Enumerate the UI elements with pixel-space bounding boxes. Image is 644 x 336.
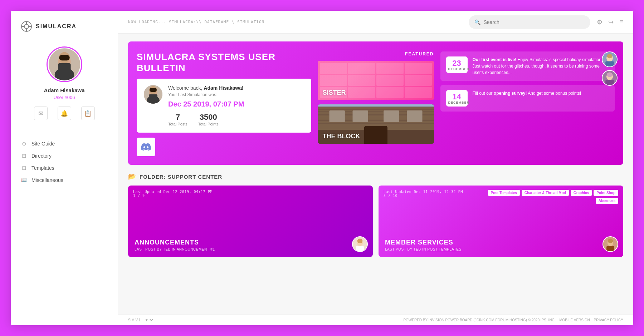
stat-posts-value: 7	[168, 113, 187, 122]
event-1-text: Our first event is live! Enjoy Simulacra…	[473, 56, 609, 76]
member-services-last-post-user[interactable]: TEB	[414, 247, 421, 251]
mini-avatar-1	[602, 51, 618, 67]
svg-rect-24	[364, 126, 387, 144]
folder-card-member-services-tags: Post Templates Character & Thread Mod Gr…	[472, 190, 618, 204]
footer-version-select[interactable]: ▼	[143, 318, 154, 322]
folder-cards: Last Updated Dec 12 2019, 04:17 PM1 / 9 …	[128, 186, 623, 257]
logo-icon	[21, 21, 32, 32]
misc-icon: 📖	[21, 177, 27, 183]
folder-title: FOLDER: SUPPORT CENTER	[140, 174, 222, 180]
tag-absences[interactable]: Absences	[596, 198, 618, 204]
settings-icon[interactable]: ⚙	[597, 18, 602, 26]
svg-rect-29	[318, 104, 434, 107]
search-bar[interactable]: 🔍	[469, 15, 590, 29]
event-2-date-box: 14 DECEMBER	[446, 90, 468, 107]
member-services-last-post-thread[interactable]: POST TEMPLATES	[427, 247, 461, 251]
featured-card-sister-label: SISTER	[323, 89, 346, 97]
stat-points: 3500 Total Points	[198, 113, 219, 126]
svg-rect-9	[58, 63, 70, 71]
breadcrumb: NOW LOADING... SIMULACRA:\\ DATAFRAME \ …	[128, 20, 462, 24]
bulletin-right: 23 DECEMBER Our first event is live! Enj…	[440, 51, 615, 156]
folder-card-member-services[interactable]: Last Updated Dec 11 2019, 12:32 PM5 / 10…	[379, 186, 623, 257]
tag-character-thread-mod[interactable]: Character & Thread Mod	[522, 190, 569, 196]
sidebar-item-miscellaneous[interactable]: 📖 Miscellaneous	[21, 174, 118, 186]
bookmark-icon[interactable]: 📋	[81, 107, 95, 120]
svg-rect-25	[329, 110, 345, 122]
announcements-last-post-thread[interactable]: ANNOUNCEMENT #1	[177, 247, 215, 251]
search-input[interactable]	[483, 19, 585, 25]
search-icon: 🔍	[474, 19, 480, 25]
featured-card-sister[interactable]: SISTER	[318, 61, 434, 100]
bulletin-welcome: Welcome back, Adam Hisakawa!	[168, 85, 304, 91]
user-id: User #006	[54, 95, 75, 100]
user-name: Adam Hisakawa	[44, 87, 84, 93]
folder-card-member-services-lastpost: LAST POST BY TEB IN POST TEMPLATES	[385, 247, 617, 251]
site-guide-icon: ⊙	[21, 140, 27, 147]
sidebar-item-label: Miscellaneous	[31, 177, 63, 183]
bulletin-left: SIMULACRA SYSTEMS USER BULLETIN	[137, 51, 311, 156]
footer-mobile-link[interactable]: MOBILE VERSION	[559, 318, 590, 322]
menu-icon[interactable]: ≡	[619, 18, 623, 26]
avatar-image	[49, 48, 80, 80]
bulletin-user-info: Welcome back, Adam Hisakawa! Your Last S…	[168, 85, 304, 126]
sidebar-item-label: Site Guide	[31, 141, 55, 147]
folder-card-member-services-avatar	[602, 236, 618, 252]
event-2: 14 DECEMBER Fill out our opening survey!…	[440, 85, 615, 112]
folder-card-announcements-meta: Last Updated Dec 12 2019, 04:17 PM1 / 9	[133, 190, 213, 198]
folder-icon: 📂	[128, 173, 136, 181]
bulletin-board: SIMULACRA SYSTEMS USER BULLETIN	[128, 41, 623, 165]
announcements-last-post-user[interactable]: TEB	[163, 247, 171, 251]
bulletin-date: Dec 25 2019, 07:07 PM	[168, 100, 304, 108]
featured-card-block[interactable]: THE BLOCK	[318, 104, 434, 144]
folder-card-announcements[interactable]: Last Updated Dec 12 2019, 04:17 PM1 / 9 …	[128, 186, 373, 257]
bulletin-user-card: Welcome back, Adam Hisakawa! Your Last S…	[137, 79, 311, 133]
tag-post-templates[interactable]: Post Templates	[488, 190, 520, 196]
avatar-container	[47, 46, 82, 82]
bulletin-center: FEATURED SISTER	[318, 51, 434, 156]
svg-rect-17	[150, 88, 157, 92]
tag-graphics[interactable]: Graphics	[571, 190, 592, 196]
tag-point-shop[interactable]: Point Shop	[594, 190, 618, 196]
featured-card-block-label: THE BLOCK	[323, 133, 360, 140]
svg-rect-15	[149, 94, 157, 100]
folder-card-member-services-meta: Last Updated Dec 11 2019, 12:32 PM5 / 10	[384, 190, 463, 198]
stat-points-value: 3500	[198, 113, 219, 122]
avatar	[47, 46, 82, 82]
sidebar-icon-group: ✉ 🔔 📋	[34, 107, 95, 120]
sidebar-item-templates[interactable]: ⊟ Templates	[21, 162, 118, 174]
sidebar-nav: ⊙ Site Guide ⊞ Directory ⊟ Templates 📖 M…	[11, 138, 118, 186]
bulletin-stats: 7 Total Posts 3500 Total Points	[168, 113, 304, 126]
sidebar-item-site-guide[interactable]: ⊙ Site Guide	[21, 138, 118, 150]
discord-button[interactable]	[137, 138, 155, 156]
folder-card-announcements-title: ANNOUNCEMENTS	[135, 239, 366, 246]
sidebar-item-directory[interactable]: ⊞ Directory	[21, 150, 118, 162]
svg-rect-40	[356, 246, 364, 251]
directory-icon: ⊞	[21, 153, 27, 159]
logo: SIMULACRA	[11, 21, 77, 32]
event-2-date-num: 14	[448, 93, 465, 101]
mini-avatar-2	[602, 70, 618, 86]
svg-rect-28	[407, 110, 422, 122]
event-1-date-month: DECEMBER	[448, 67, 465, 71]
folder-card-member-services-title: MEMBER SERVICES	[385, 239, 617, 246]
footer: SIM.V.1 ▼ POWERED BY INVISION POWER BOAR…	[118, 315, 633, 325]
footer-version-label: SIM.V.1	[128, 318, 141, 322]
svg-rect-11	[59, 55, 69, 61]
stat-points-label: Total Points	[198, 122, 219, 126]
logout-icon[interactable]: ↪	[608, 18, 614, 26]
sidebar-divider	[19, 131, 109, 131]
stat-posts: 7 Total Posts	[168, 113, 187, 126]
sidebar: SIMULACRA Adam Hisakawa User #00	[11, 11, 118, 325]
footer-privacy-link[interactable]: PRIVACY POLICY	[594, 318, 623, 322]
svg-point-45	[608, 239, 613, 243]
stat-posts-label: Total Posts	[168, 122, 187, 126]
svg-point-37	[607, 73, 613, 77]
page-content: SIMULACRA SYSTEMS USER BULLETIN	[118, 34, 633, 315]
logo-text: SIMULACRA	[36, 23, 77, 30]
svg-point-41	[357, 239, 363, 243]
event-2-date-month: DECEMBER	[448, 101, 465, 104]
sidebar-item-label: Templates	[31, 165, 54, 171]
mail-icon[interactable]: ✉	[34, 107, 48, 120]
bell-icon[interactable]: 🔔	[58, 107, 71, 120]
templates-icon: ⊟	[21, 165, 27, 171]
